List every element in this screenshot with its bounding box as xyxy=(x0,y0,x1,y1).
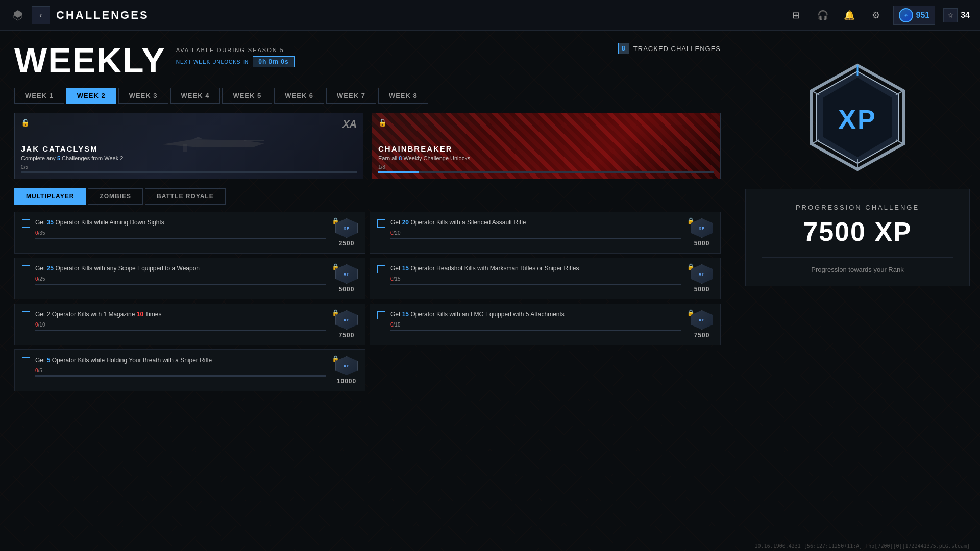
challenge-prog-bar xyxy=(390,330,681,331)
challenge-desc: Get 15 Operator Headshot Kills with Mark… xyxy=(390,264,681,273)
challenge-xp: XP 10000 xyxy=(335,356,358,385)
challenge-desc: Get 2 Operator Kills with 1 Magazine 10 … xyxy=(35,310,326,319)
challenge-checkbox[interactable] xyxy=(377,265,385,273)
challenge-prog-bar xyxy=(35,375,326,377)
jak-progress-bar xyxy=(21,171,357,173)
challenge-prog-bar xyxy=(390,238,681,239)
bell-icon[interactable]: 🔔 xyxy=(840,6,859,24)
progression-divider xyxy=(762,257,953,258)
challenge-item[interactable]: Get 25 Operator Kills with any Scope Equ… xyxy=(14,258,365,299)
xp-amount: 5000 xyxy=(694,240,710,247)
timer-box: 0h 0m 0s xyxy=(253,56,294,67)
settings-icon[interactable]: ⚙ xyxy=(867,6,885,24)
challenge-checkbox[interactable] xyxy=(22,357,30,365)
chainbreaker-card[interactable]: 🔒 CHAINBREAKER Earn all 8 Weekly Challen… xyxy=(372,113,721,179)
page-header: WEEKLY AVAILABLE DURING SEASON 5 NEXT WE… xyxy=(14,43,721,78)
xp-value: 951 xyxy=(916,11,930,20)
challenge-prog-bar xyxy=(35,330,326,331)
xp-amount: 7500 xyxy=(694,332,710,339)
tab-week6[interactable]: WEEK 6 xyxy=(274,88,324,104)
challenge-text: Get 20 Operator Kills with a Silenced As… xyxy=(390,218,681,239)
jak-cataclysm-card[interactable]: 🔒 XA JAK CATACLYSM Complete any 5 Challe… xyxy=(14,113,363,179)
challenge-item[interactable]: Get 2 Operator Kills with 1 Magazine 10 … xyxy=(14,304,365,345)
challenge-item[interactable]: Get 15 Operator Headshot Kills with Mark… xyxy=(370,258,721,299)
challenge-xp: XP 7500 xyxy=(691,310,713,339)
chain-card-desc: Earn all 8 Weekly Challenge Unlocks xyxy=(378,155,714,161)
game-logo xyxy=(10,8,26,23)
main-content: WEEKLY AVAILABLE DURING SEASON 5 NEXT WE… xyxy=(0,31,980,551)
tab-multiplayer[interactable]: MULTIPLAYER xyxy=(14,188,86,205)
challenge-desc: Get 5 Operator Kills while Holding Your … xyxy=(35,356,326,365)
challenge-item[interactable]: Get 35 Operator Kills while Aiming Down … xyxy=(14,212,365,254)
tab-week4[interactable]: WEEK 4 xyxy=(170,88,220,104)
nav-left: ‹ CHALLENGES xyxy=(10,6,149,24)
challenge-xp: XP 2500 xyxy=(335,218,358,247)
progression-label: PROGRESSION CHALLENGE xyxy=(762,204,953,211)
debug-info: 10.16.1900.4231 [56:127:11250+11:A] Tho[… xyxy=(755,543,970,549)
challenge-text: Get 35 Operator Kills while Aiming Down … xyxy=(35,218,326,239)
challenge-checkbox[interactable] xyxy=(22,265,30,273)
tab-week1[interactable]: WEEK 1 xyxy=(14,88,64,104)
tracked-label: TRACKED CHALLENGES xyxy=(633,45,721,53)
player-avatar: ◈ xyxy=(899,8,913,22)
chain-progress-bar xyxy=(378,171,714,173)
progression-xp-value: 7500 XP xyxy=(762,216,953,247)
tab-week8[interactable]: WEEK 8 xyxy=(378,88,428,104)
xp-amount: 2500 xyxy=(339,240,355,247)
tab-week2[interactable]: WEEK 2 xyxy=(66,88,116,104)
tab-week7[interactable]: WEEK 7 xyxy=(326,88,376,104)
chain-card-name: CHAINBREAKER xyxy=(378,144,714,153)
header-meta: AVAILABLE DURING SEASON 5 NEXT WEEK UNLO… xyxy=(176,47,295,67)
challenge-prog-bar xyxy=(35,284,326,285)
right-panel: XP PROGRESSION CHALLENGE 7500 XP Progres… xyxy=(735,31,980,551)
jak-card-desc: Complete any 5 Challenges from Week 2 xyxy=(21,155,357,161)
challenge-desc: Get 15 Operator Kills with an LMG Equipp… xyxy=(390,310,681,319)
headset-icon[interactable]: 🎧 xyxy=(814,6,832,24)
challenge-checkbox[interactable] xyxy=(22,219,30,228)
tab-zombies[interactable]: ZOMBIES xyxy=(88,188,143,205)
challenge-checkbox[interactable] xyxy=(377,311,385,319)
challenge-item[interactable]: Get 15 Operator Kills with an LMG Equipp… xyxy=(370,304,721,345)
challenge-xp: XP 5000 xyxy=(335,264,358,293)
tab-week3[interactable]: WEEK 3 xyxy=(118,88,168,104)
rank-value: 34 xyxy=(961,11,970,20)
challenges-grid: Get 35 Operator Kills while Aiming Down … xyxy=(14,212,721,391)
xp-badge[interactable]: ◈ 951 xyxy=(893,6,936,25)
page-title: CHALLENGES xyxy=(56,9,149,22)
xp-amount: 10000 xyxy=(337,378,356,385)
top-navigation: ‹ CHALLENGES ⊞ 🎧 🔔 ⚙ ◈ 951 ☆ 34 xyxy=(0,0,980,31)
available-label: AVAILABLE DURING SEASON 5 xyxy=(176,47,295,53)
tracked-count: 8 xyxy=(618,43,629,54)
chain-progress-fill xyxy=(378,171,419,173)
grid-icon[interactable]: ⊞ xyxy=(787,6,805,24)
challenge-progress-text: 0/35 xyxy=(35,230,326,236)
challenge-desc: Get 35 Operator Kills while Aiming Down … xyxy=(35,218,326,227)
challenge-progress-text: 0/20 xyxy=(390,230,681,236)
tab-week5[interactable]: WEEK 5 xyxy=(222,88,272,104)
jak-card-info: JAK CATACLYSM Complete any 5 Challenges … xyxy=(15,140,363,179)
challenge-item[interactable]: Get 5 Operator Kills while Holding Your … xyxy=(14,349,365,391)
tracked-challenges-button[interactable]: 8 TRACKED CHALLENGES xyxy=(618,43,721,54)
unlockable-cards: 🔒 XA JAK CATACLYSM Complete any 5 Challe… xyxy=(14,113,721,179)
unlock-next-label: NEXT WEEK UNLOCKS IN xyxy=(176,59,249,65)
tab-battle-royale[interactable]: BATTLE ROYALE xyxy=(145,188,226,205)
brand-icon: XA xyxy=(342,118,357,130)
challenge-item[interactable]: Get 20 Operator Kills with a Silenced As… xyxy=(370,212,721,254)
challenge-desc: Get 25 Operator Kills with any Scope Equ… xyxy=(35,264,326,273)
nav-right: ⊞ 🎧 🔔 ⚙ ◈ 951 ☆ 34 xyxy=(787,6,970,25)
unlock-timer: NEXT WEEK UNLOCKS IN 0h 0m 0s xyxy=(176,56,295,67)
back-button[interactable]: ‹ xyxy=(32,6,50,24)
challenge-progress-text: 0/25 xyxy=(35,276,326,282)
filter-tabs: MULTIPLAYER ZOMBIES BATTLE ROYALE xyxy=(14,188,721,205)
challenge-checkbox[interactable] xyxy=(377,219,385,228)
rank-badge[interactable]: ☆ 34 xyxy=(943,8,970,22)
rank-icon: ☆ xyxy=(943,8,958,22)
challenge-text: Get 25 Operator Kills with any Scope Equ… xyxy=(35,264,326,285)
challenge-checkbox[interactable] xyxy=(22,311,30,319)
svg-text:XP: XP xyxy=(838,105,876,134)
weekly-title: WEEKLY xyxy=(14,43,166,78)
challenge-desc: Get 20 Operator Kills with a Silenced As… xyxy=(390,218,681,227)
challenge-progress-text: 0/15 xyxy=(390,276,681,282)
progression-desc: Progression towards your Rank xyxy=(762,266,953,273)
content-area: WEEKLY AVAILABLE DURING SEASON 5 NEXT WE… xyxy=(0,31,735,551)
